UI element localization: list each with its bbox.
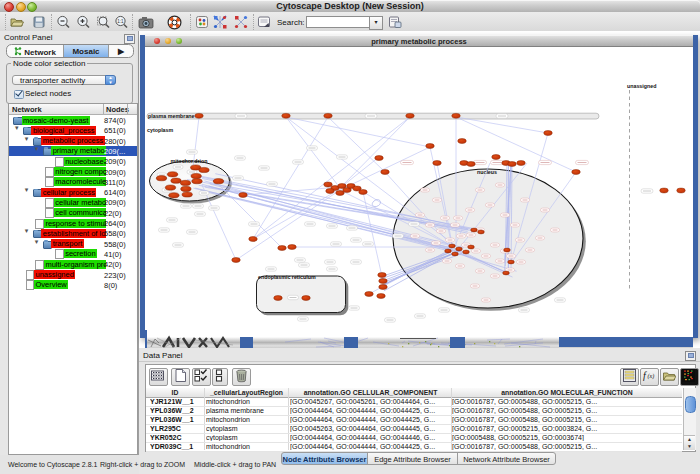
svg-text:unassigned: unassigned	[627, 83, 656, 89]
svg-text:f: f	[643, 370, 647, 381]
svg-text:(x): (x)	[648, 373, 655, 380]
svg-text:cytoplasm: cytoplasm	[147, 127, 173, 133]
svg-text:mitochondrion: mitochondrion	[170, 158, 207, 164]
svg-text:endoplasmic reticulum: endoplasmic reticulum	[258, 274, 316, 280]
svg-text:plasma membrane: plasma membrane	[148, 113, 195, 119]
svg-text:1:1: 1:1	[117, 19, 124, 24]
